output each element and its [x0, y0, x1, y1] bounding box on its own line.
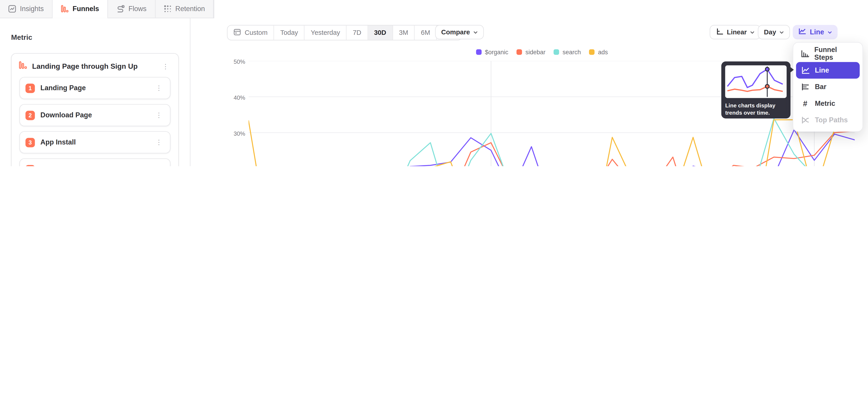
- menu-item-bar[interactable]: Bar: [796, 79, 860, 95]
- legend-swatch: [517, 49, 522, 55]
- range-label: 7D: [353, 29, 362, 36]
- step-number-badge: 3: [26, 138, 35, 147]
- range-label: Yesterday: [311, 29, 340, 36]
- top-paths-icon: [800, 116, 810, 124]
- funnel-step-1[interactable]: 1Landing Page⋮: [20, 77, 170, 99]
- menu-item-metric[interactable]: #Metric: [796, 95, 860, 112]
- chevron-down-icon: [750, 31, 754, 33]
- metric-title: Landing Page through Sign Up: [32, 62, 155, 70]
- legend-item-ads[interactable]: ads: [589, 49, 608, 55]
- tab-funnels[interactable]: Funnels: [53, 0, 108, 18]
- funnel-steps-list: 1Landing Page⋮2Download Page⋮3App Instal…: [18, 77, 172, 166]
- legend-label: sidebar: [526, 49, 546, 55]
- menu-item-label: Top Paths: [815, 116, 848, 124]
- legend-swatch: [476, 49, 482, 55]
- series-search: [249, 118, 855, 166]
- menu-item-top-paths: Top Paths: [796, 112, 860, 128]
- report-tabbar: InsightsFunnelsFlowsRetention: [0, 0, 214, 18]
- retention-icon: [164, 5, 171, 13]
- tooltip-arrow: [789, 66, 794, 73]
- range-7d[interactable]: 7D: [347, 26, 368, 40]
- tab-label: Flows: [128, 5, 147, 13]
- metric-icon: #: [800, 100, 810, 107]
- menu-item-label: Funnel Steps: [814, 46, 855, 62]
- sidebar: Metric Landing Page through Sign Up ⋮ 1L…: [0, 18, 190, 166]
- range-custom[interactable]: Custom: [228, 26, 274, 40]
- metric-section-heading: Metric: [11, 33, 179, 41]
- range-label: Today: [280, 29, 298, 36]
- step-label: Landing Page: [40, 84, 148, 92]
- step-label: App Install: [40, 138, 148, 146]
- tab-label: Funnels: [72, 5, 99, 13]
- line-chart-icon: [800, 66, 810, 74]
- metric-kebab-icon[interactable]: ⋮: [160, 62, 171, 70]
- funnel-metric-icon: [19, 61, 27, 71]
- funnel-step-4[interactable]: 4App Open⋮: [20, 158, 170, 166]
- legend-label: ads: [598, 49, 608, 55]
- legend-swatch: [589, 49, 594, 55]
- calendar-icon: [234, 28, 241, 37]
- insights-icon: [8, 5, 16, 13]
- series-organic: [249, 130, 855, 166]
- legend-item-organic[interactable]: $organic: [476, 49, 508, 55]
- metric-card: Landing Page through Sign Up ⋮ 1Landing …: [11, 53, 179, 166]
- line-chart-icon: [798, 28, 807, 36]
- chevron-down-icon: [779, 31, 784, 33]
- range-yesterday[interactable]: Yesterday: [305, 26, 347, 40]
- menu-item-label: Line: [815, 66, 829, 74]
- step-label: App Open: [40, 165, 148, 166]
- chevron-down-icon: [473, 31, 478, 33]
- range-label: Custom: [245, 29, 268, 36]
- y-tick-label: 50%: [223, 58, 245, 65]
- chart-type-tooltip: Line charts display trends over time.: [721, 62, 790, 119]
- funnel-step-3[interactable]: 3App Install⋮: [20, 131, 170, 153]
- y-tick-label: 30%: [223, 130, 245, 136]
- step-kebab-icon[interactable]: ⋮: [153, 84, 164, 92]
- tab-insights[interactable]: Insights: [0, 0, 53, 18]
- range-3m[interactable]: 3M: [393, 26, 415, 40]
- tab-label: Retention: [176, 5, 205, 13]
- step-kebab-icon[interactable]: ⋮: [153, 138, 164, 147]
- funnel-steps-icon: [800, 50, 809, 57]
- chart-type-dropdown[interactable]: Line: [793, 25, 837, 39]
- app: InsightsFunnelsFlowsRetention Metric Lan…: [0, 0, 868, 166]
- tab-flows[interactable]: Flows: [108, 0, 156, 18]
- tooltip-text: Line charts display trends over time.: [725, 102, 786, 117]
- tab-label: Insights: [20, 5, 44, 13]
- step-number-badge: 1: [26, 84, 35, 93]
- menu-item-label: Bar: [815, 83, 827, 91]
- y-tick-label: 40%: [223, 94, 245, 101]
- step-number-badge: 2: [26, 111, 35, 120]
- menu-item-line[interactable]: Line: [796, 62, 860, 79]
- legend-item-sidebar[interactable]: sidebar: [517, 49, 546, 55]
- legend-label: search: [563, 49, 581, 55]
- tab-retention[interactable]: Retention: [155, 0, 214, 18]
- series-sidebar: [249, 131, 855, 166]
- chart-legend: $organicsidebarsearchads: [476, 49, 608, 55]
- step-number-badge: 4: [26, 165, 35, 166]
- menu-item-funnel-steps[interactable]: Funnel Steps: [796, 45, 860, 62]
- legend-item-search[interactable]: search: [554, 49, 581, 55]
- funnel-step-2[interactable]: 2Download Page⋮: [20, 104, 170, 126]
- legend-label: $organic: [485, 49, 508, 55]
- series-ads: [249, 120, 855, 166]
- range-label: 30D: [374, 29, 386, 36]
- step-kebab-icon[interactable]: ⋮: [153, 165, 164, 166]
- range-6m[interactable]: 6M: [415, 26, 437, 40]
- range-30d[interactable]: 30D: [368, 26, 393, 40]
- chart-type-menu: Funnel StepsLineBar#MetricTop Paths: [793, 42, 863, 132]
- range-today[interactable]: Today: [274, 26, 305, 40]
- range-label: 3M: [399, 29, 408, 36]
- interval-dropdown[interactable]: Day: [758, 25, 790, 39]
- step-kebab-icon[interactable]: ⋮: [153, 111, 164, 120]
- scale-dropdown[interactable]: Linear: [710, 25, 761, 39]
- legend-swatch: [554, 49, 559, 55]
- compare-button[interactable]: Compare: [435, 25, 484, 39]
- flows-icon: [116, 5, 125, 13]
- date-range-control: CustomTodayYesterday7D30D3M6M12M: [227, 25, 463, 40]
- chevron-down-icon: [827, 31, 832, 33]
- menu-item-label: Metric: [815, 100, 835, 107]
- range-label: 6M: [421, 29, 430, 36]
- step-label: Download Page: [40, 111, 148, 119]
- y-tick-label: 20%: [223, 166, 245, 166]
